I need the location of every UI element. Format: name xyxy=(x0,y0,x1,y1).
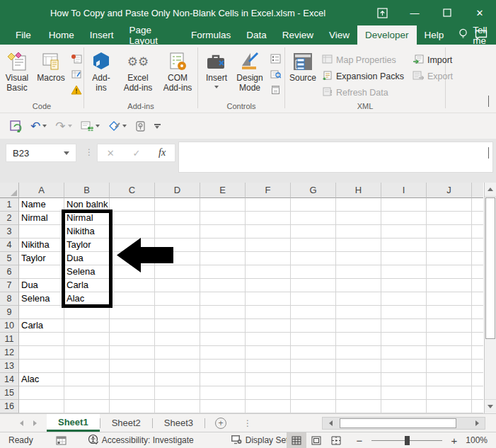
cell-G11[interactable] xyxy=(291,333,336,346)
select-all-corner[interactable] xyxy=(0,183,19,198)
cell-F2[interactable] xyxy=(246,212,291,225)
column-header-E[interactable]: E xyxy=(200,183,246,198)
cell-C12[interactable] xyxy=(110,346,155,360)
cell-F1[interactable] xyxy=(246,198,291,212)
cell-C1[interactable] xyxy=(110,198,155,212)
insert-function-icon[interactable]: fx xyxy=(158,147,166,159)
cell-G6[interactable] xyxy=(291,265,336,279)
cell-E12[interactable] xyxy=(200,346,246,360)
cell-B7[interactable]: Carla xyxy=(64,279,110,292)
row-header-1[interactable]: 1 xyxy=(0,198,19,212)
cell-A14[interactable]: Alac xyxy=(19,373,64,386)
scroll-up-icon[interactable] xyxy=(485,183,496,197)
tab-developer[interactable]: Developer xyxy=(357,25,417,45)
cell-C5[interactable] xyxy=(110,252,155,265)
cell-B8[interactable]: Alac xyxy=(64,292,110,306)
cell-J5[interactable] xyxy=(427,252,472,265)
column-header-D[interactable]: D xyxy=(155,183,200,198)
cell-partial-15[interactable] xyxy=(472,386,483,400)
row-header-14[interactable]: 14 xyxy=(0,373,19,386)
ribbon-display-options-icon[interactable] xyxy=(366,0,398,25)
cell-E11[interactable] xyxy=(200,333,246,346)
cell-D1[interactable] xyxy=(155,198,200,212)
tab-data[interactable]: Data xyxy=(238,25,275,45)
cell-H8[interactable] xyxy=(336,292,381,306)
cell-C3[interactable] xyxy=(110,225,155,239)
cell-A11[interactable] xyxy=(19,333,64,346)
cell-I13[interactable] xyxy=(381,360,427,373)
cell-C10[interactable] xyxy=(110,319,155,333)
row-header-9[interactable]: 9 xyxy=(0,306,19,319)
cell-I8[interactable] xyxy=(381,292,427,306)
cell-G9[interactable] xyxy=(291,306,336,319)
cell-D16[interactable] xyxy=(155,400,200,413)
scroll-down-icon[interactable] xyxy=(485,399,496,413)
cell-B4[interactable]: Taylor xyxy=(64,239,110,252)
tab-file[interactable]: File xyxy=(6,25,41,45)
collapse-ribbon-icon[interactable] xyxy=(488,96,489,107)
cell-B12[interactable] xyxy=(64,346,110,360)
cell-partial-14[interactable] xyxy=(472,373,483,386)
cell-F3[interactable] xyxy=(246,225,291,239)
redo-button[interactable]: ↷ xyxy=(52,119,74,134)
cell-D13[interactable] xyxy=(155,360,200,373)
cell-E7[interactable] xyxy=(200,279,246,292)
customize-qat-button[interactable] xyxy=(151,122,163,131)
cell-partial-9[interactable] xyxy=(472,306,483,319)
cell-D2[interactable] xyxy=(155,212,200,225)
cell-H12[interactable] xyxy=(336,346,381,360)
cell-B11[interactable] xyxy=(64,333,110,346)
cell-E2[interactable] xyxy=(200,212,246,225)
cell-I16[interactable] xyxy=(381,400,427,413)
cell-partial-1[interactable] xyxy=(472,198,483,212)
cell-A15[interactable] xyxy=(19,386,64,400)
cell-I9[interactable] xyxy=(381,306,427,319)
cell-D9[interactable] xyxy=(155,306,200,319)
row-header-6[interactable]: 6 xyxy=(0,265,19,279)
scroll-right-icon[interactable] xyxy=(469,418,485,429)
cell-C7[interactable] xyxy=(110,279,155,292)
properties-button[interactable] xyxy=(268,52,282,65)
column-header-F[interactable]: F xyxy=(246,183,291,198)
cell-G15[interactable] xyxy=(291,386,336,400)
cell-F14[interactable] xyxy=(246,373,291,386)
cell-partial-16[interactable] xyxy=(472,400,483,413)
run-dialog-button[interactable] xyxy=(268,84,282,96)
cell-G7[interactable] xyxy=(291,279,336,292)
cell-A3[interactable] xyxy=(19,225,64,239)
cell-D4[interactable] xyxy=(155,239,200,252)
column-header-C[interactable]: C xyxy=(110,183,155,198)
cell-B14[interactable] xyxy=(64,373,110,386)
cell-G1[interactable] xyxy=(291,198,336,212)
tab-review[interactable]: Review xyxy=(275,25,321,45)
undo-button[interactable]: ↶ xyxy=(28,119,50,134)
formula-bar-expand-icon[interactable] xyxy=(488,148,489,159)
cell-I2[interactable] xyxy=(381,212,427,225)
cell-H7[interactable] xyxy=(336,279,381,292)
cell-C4[interactable] xyxy=(110,239,155,252)
cell-H10[interactable] xyxy=(336,319,381,333)
cell-I4[interactable] xyxy=(381,239,427,252)
tab-formulas[interactable]: Formulas xyxy=(183,25,238,45)
cell-D10[interactable] xyxy=(155,319,200,333)
scroll-left-icon[interactable] xyxy=(323,418,338,429)
column-header-G[interactable]: G xyxy=(291,183,336,198)
macro-security-button[interactable] xyxy=(69,84,83,96)
cell-A7[interactable]: Dua xyxy=(19,279,64,292)
column-header-partial[interactable] xyxy=(472,183,483,198)
column-header-B[interactable]: B xyxy=(64,183,110,198)
cell-H1[interactable] xyxy=(336,198,381,212)
minimize-button[interactable]: — xyxy=(398,0,431,25)
cell-A9[interactable] xyxy=(19,306,64,319)
cell-partial-5[interactable] xyxy=(472,252,483,265)
cell-A6[interactable] xyxy=(19,265,64,279)
cell-G2[interactable] xyxy=(291,212,336,225)
cell-C2[interactable] xyxy=(110,212,155,225)
cell-E4[interactable] xyxy=(200,239,246,252)
cell-F11[interactable] xyxy=(246,333,291,346)
expansion-packs-button[interactable]: Expansion Packs xyxy=(322,71,404,82)
save-button[interactable] xyxy=(7,118,25,134)
maximize-button[interactable] xyxy=(431,0,463,25)
cell-E6[interactable] xyxy=(200,265,246,279)
vertical-scrollbar-thumb[interactable] xyxy=(485,197,495,339)
